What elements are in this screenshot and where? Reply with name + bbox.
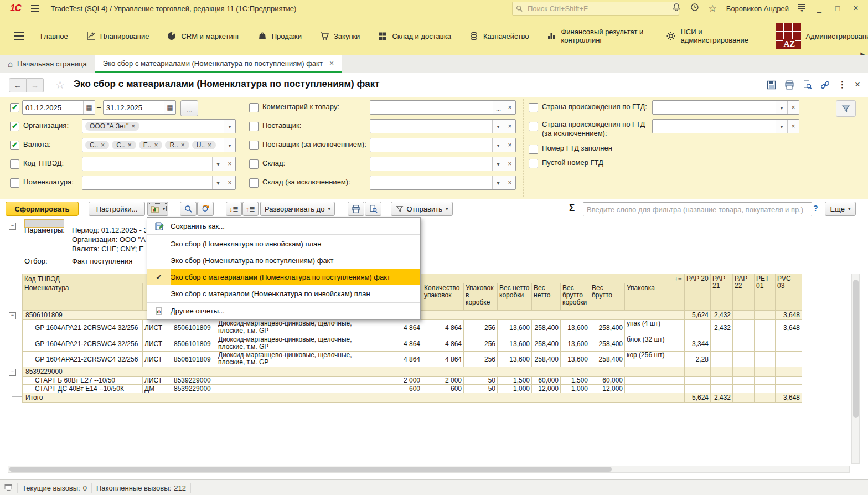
eco-value-cell[interactable]: 5,624 [685,311,711,320]
table-cell[interactable]: ЛИСТ [143,320,172,336]
eco-value-cell[interactable] [755,352,776,367]
table-header-col[interactable]: Вес нетто коробки [498,283,532,311]
table-cell[interactable]: Диоксид-марганцево-цинковые, щелочные, п… [216,320,381,336]
dropdown-arrow-icon[interactable]: ▾ [212,157,224,171]
table-cell[interactable]: 4 864 [422,320,464,336]
more-button[interactable]: Еще▾ [825,202,856,216]
save-icon[interactable] [767,80,776,90]
table-cell[interactable]: ЛИСТ [143,377,172,385]
clear-icon[interactable]: × [504,101,515,114]
filter-checkbox[interactable] [529,103,538,112]
eco-value-cell[interactable] [733,393,755,403]
filter-settings-button[interactable] [836,100,856,117]
table-cell[interactable]: 12,000 [590,385,625,393]
filter-checkbox[interactable] [10,178,19,188]
ribbon-section-нси-и-администрирование[interactable]: НСИ и администрирование [666,28,758,44]
table-cell[interactable]: 1,000 [498,385,532,393]
table-header-eco[interactable]: PET 01 [755,274,776,311]
table-cell[interactable]: 50 [464,377,498,385]
dropdown-arrow-icon[interactable]: ▾ [224,138,235,152]
search-input[interactable] [526,4,667,13]
eco-value-cell[interactable] [733,311,755,320]
eco-value-cell[interactable] [733,320,755,336]
expand-levels-button[interactable]: ↑≣ [242,202,259,216]
table-cell[interactable]: 50 [464,385,498,393]
menu-item[interactable]: Эко сбор с материалом (Номенклатура по и… [147,285,420,302]
filter-checkbox[interactable] [249,141,259,150]
filter-field[interactable]: ▾× [370,138,516,152]
quick-filter-input[interactable] [583,202,812,216]
table-cell[interactable]: Диоксид-марганцево-цинковые, щелочные, п… [216,336,381,352]
maximize-button[interactable]: □ [833,4,842,13]
generate-button[interactable]: Сформировать [6,202,79,216]
eco-value-cell[interactable] [733,385,755,393]
history-icon[interactable] [690,3,699,14]
dropdown-arrow-icon[interactable]: ▾ [776,101,787,114]
table-cell[interactable]: 1,500 [561,377,590,385]
filter-field[interactable]: ▾× [652,100,799,115]
global-search[interactable] [512,2,679,16]
horizontal-scroll-thumb[interactable] [9,467,612,472]
ribbon-section-казначейство[interactable]: Казначейство [469,31,529,41]
eco-value-cell[interactable]: 2,28 [685,352,711,367]
link-icon[interactable] [820,80,830,90]
table-cell[interactable]: 13,600 [498,336,532,352]
table-header-eco[interactable]: PAP 21 [711,274,733,311]
table-header-col[interactable]: Вес брутто коробки [561,283,590,311]
table-cell[interactable]: 60,000 [532,377,561,385]
filter-checkbox[interactable] [529,122,538,131]
calendar-icon[interactable]: ▦ [83,101,95,114]
table-cell[interactable]: 4 864 [381,352,422,367]
eco-value-cell[interactable] [711,367,733,377]
table-cell[interactable]: 258,400 [590,336,625,352]
date-to-input[interactable]: 31.12.2025▦ [103,100,176,115]
ribbon-section-продажи[interactable]: Продажи [257,31,302,41]
filter-checkbox[interactable] [249,122,259,131]
table-cell[interactable]: 4 864 [422,352,464,367]
favorites-star-icon[interactable]: ☆ [709,3,717,14]
filter-tag[interactable]: R..× [165,141,189,149]
dropdown-arrow-icon[interactable]: ▾ [224,120,235,133]
eco-value-cell[interactable] [711,336,733,352]
eco-value-cell[interactable]: 2,432 [711,311,733,320]
collapse-levels-button[interactable]: ↓≣ [226,202,242,216]
table-row[interactable]: GP 1604APA21-2CRSWC4 32/256ЛИСТ850610180… [23,336,802,352]
table-cell[interactable]: 256 [464,352,498,367]
eco-value-cell[interactable] [733,336,755,352]
eco-value-cell[interactable] [776,385,802,393]
table-header-col[interactable]: Количество упаковок [422,283,464,311]
preview-icon[interactable] [803,80,812,90]
table-cell[interactable]: ЛИСТ [143,336,172,352]
table-cell[interactable]: 2 000 [381,377,422,385]
table-header-col[interactable]: Вес нетто [532,283,561,311]
ellipsis-icon[interactable]: ... [493,101,504,114]
add-favorite-star-icon[interactable]: ☆ [55,79,65,91]
filter-checkbox[interactable] [249,103,259,112]
filter-field[interactable]: ▾× [370,176,516,190]
dropdown-arrow-icon[interactable]: ▾ [492,120,504,133]
table-cell[interactable]: GP 1604APA21-2CRSWC4 32/256 [23,336,143,352]
eco-value-cell[interactable] [755,393,776,403]
vertical-scroll-thumb[interactable] [853,280,859,418]
table-cell[interactable]: 600 [381,385,422,393]
eco-value-cell[interactable] [755,311,776,320]
eco-value-cell[interactable] [755,377,776,385]
sort-icon[interactable]: ↓≣ [675,275,682,282]
table-cell[interactable]: 13,600 [498,320,532,336]
dropdown-arrow-icon[interactable]: ▾ [212,176,224,189]
table-header-col[interactable]: Упаковка [625,283,685,311]
filter-tag[interactable]: U..× [192,141,216,149]
tag-remove-icon[interactable]: × [128,141,132,149]
table-cell[interactable]: GP 1604APA21-2CRSWC4 32/256 [23,320,143,336]
table-row[interactable]: СТАРТ Б 60Вт Е27 --10/50ЛИСТ85392290002 … [23,377,802,385]
more-actions-icon[interactable]: ⋮ [838,80,846,90]
horizontal-scrollbar[interactable] [8,466,850,473]
table-cell[interactable]: 8506101809 [172,352,216,367]
table-cell[interactable]: 13,600 [498,352,532,367]
minimize-button[interactable]: _ [815,4,824,13]
print-button[interactable] [348,202,364,216]
table-cell[interactable]: 600 [422,385,464,393]
filter-field[interactable]: ▾× [370,157,516,171]
close-report-icon[interactable]: × [855,79,860,90]
table-header-col[interactable]: Вес брутто [590,283,625,311]
